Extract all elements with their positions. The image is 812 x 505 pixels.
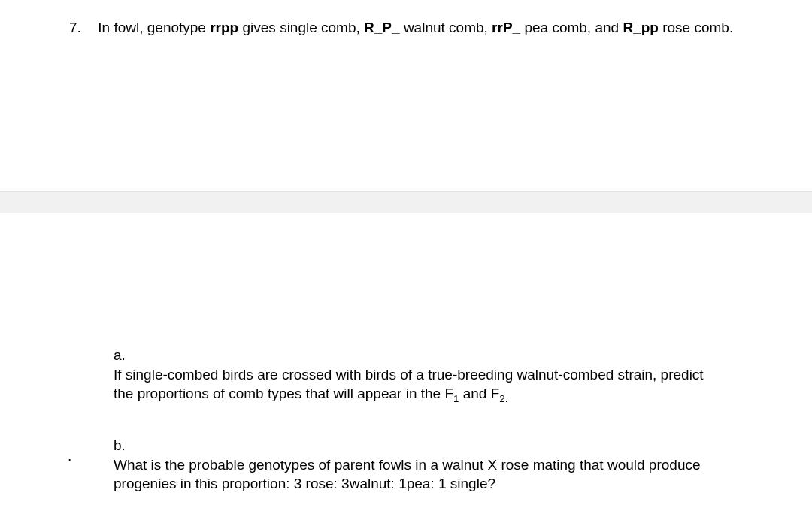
genotype-rrp: rrP_ xyxy=(492,20,520,35)
question-main: 7. In fowl, genotype rrpp gives single c… xyxy=(69,18,744,38)
text-segment: gives single comb, xyxy=(238,20,364,35)
text-segment: In fowl, genotype xyxy=(98,20,210,35)
genotype-rrpp: rrpp xyxy=(210,20,238,35)
genotype-rp: R_P_ xyxy=(364,20,400,35)
subscript-2: 2. xyxy=(499,393,508,404)
question-body: In fowl, genotype rrpp gives single comb… xyxy=(98,18,743,38)
subquestion-b-body: What is the probable genotypes of parent… xyxy=(114,455,720,494)
text-segment: and F xyxy=(459,386,499,401)
text-segment: rose comb. xyxy=(659,20,733,35)
page-divider xyxy=(0,191,812,213)
subquestion-letter-a: a. xyxy=(114,346,134,365)
subquestion-letter-b: b. xyxy=(114,436,134,455)
question-number: 7. xyxy=(69,18,94,38)
document-page: 7. In fowl, genotype rrpp gives single c… xyxy=(0,0,812,505)
stray-dot: . xyxy=(68,446,71,466)
subquestion-a-body: If single-combed birds are crossed with … xyxy=(114,365,720,406)
text-segment: walnut comb, xyxy=(400,20,492,35)
text-segment: If single-combed birds are crossed with … xyxy=(114,367,704,402)
genotype-rpp: R_pp xyxy=(623,20,659,35)
subquestion-b: b. What is the probable genotypes of par… xyxy=(114,436,744,494)
subquestion-a: a. If single-combed birds are crossed wi… xyxy=(114,346,744,406)
text-segment: pea comb, and xyxy=(520,20,623,35)
